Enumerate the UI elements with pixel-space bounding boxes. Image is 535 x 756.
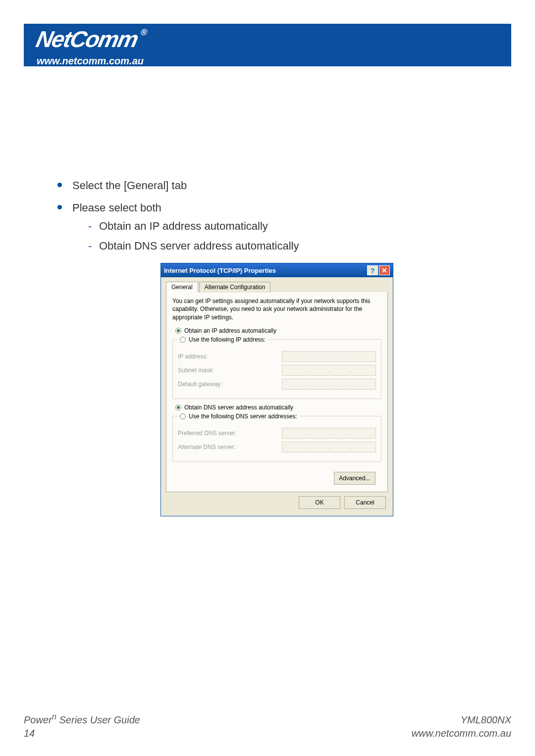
ip-manual-group: Use the following IP address: IP address… xyxy=(172,336,381,399)
close-button[interactable]: ✕ xyxy=(379,265,390,275)
tab-panel-general: You can get IP settings assigned automat… xyxy=(166,292,388,492)
subnet-mask-input[interactable]: ... xyxy=(282,365,376,376)
alternate-dns-input[interactable]: ... xyxy=(282,442,376,453)
instruction-content: Select the [General] tab Please select b… xyxy=(49,178,505,516)
tcpip-properties-dialog: Internet Protocol (TCP/IP) Properties ? … xyxy=(160,263,393,516)
preferred-dns-row: Preferred DNS server: ... xyxy=(178,428,376,439)
page-footer: Powern Series User Guide 14 YML800NX www… xyxy=(24,711,511,740)
dialog-title: Internet Protocol (TCP/IP) Properties xyxy=(164,267,276,274)
close-icon: ✕ xyxy=(381,266,387,274)
radio-ip-manual-label: Use the following IP address: xyxy=(189,336,266,343)
radio-dns-manual-label: Use the following DNS server addresses: xyxy=(189,413,297,420)
model-number: YML800NX xyxy=(412,713,511,727)
dns-manual-group: Use the following DNS server addresses: … xyxy=(172,413,381,462)
ip-address-row: IP address: ... xyxy=(178,351,376,362)
radio-ip-auto[interactable]: Obtain an IP address automatically xyxy=(175,327,381,334)
subnet-mask-row: Subnet mask: ... xyxy=(178,365,376,376)
preferred-dns-label: Preferred DNS server: xyxy=(178,430,282,437)
radio-icon-checked xyxy=(175,404,181,410)
subnet-mask-label: Subnet mask: xyxy=(178,367,282,374)
advanced-button[interactable]: Advanced... xyxy=(334,472,375,485)
sub-1-text: Obtain an IP address automatically xyxy=(99,220,268,232)
radio-ip-manual[interactable]: Use the following IP address: xyxy=(180,336,266,343)
sub-2: Obtain DNS server address automatically xyxy=(83,239,505,254)
tabstrip: General Alternate Configuration xyxy=(166,281,388,293)
footer-left: Powern Series User Guide 14 xyxy=(24,711,140,740)
footer-url: www.netcomm.com.au xyxy=(412,727,511,740)
ok-button[interactable]: OK xyxy=(299,496,340,509)
radio-icon xyxy=(180,337,186,343)
radio-dns-auto-label: Obtain DNS server address automatically xyxy=(184,404,293,411)
radio-icon-checked xyxy=(175,328,181,334)
alternate-dns-label: Alternate DNS server: xyxy=(178,444,282,451)
ip-address-label: IP address: xyxy=(178,353,282,360)
brand-url: www.netcomm.com.au xyxy=(37,55,144,67)
series-prefix: Power xyxy=(24,714,52,725)
radio-icon xyxy=(180,413,186,419)
bullet-1-text: Select the [General] tab xyxy=(72,179,187,192)
help-icon: ? xyxy=(370,266,374,275)
brand-logo: NetComm® xyxy=(34,28,147,50)
alternate-dns-row: Alternate DNS server: ... xyxy=(178,442,376,453)
tab-general[interactable]: General xyxy=(166,282,198,293)
series-suffix: Series User Guide xyxy=(56,714,140,725)
cancel-button-label: Cancel xyxy=(356,499,374,506)
tab-alternate-label: Alternate Configuration xyxy=(205,284,266,291)
bullet-1: Select the [General] tab xyxy=(49,178,505,194)
sub-1: Obtain an IP address automatically xyxy=(83,219,505,234)
bullet-2: Please select both Obtain an IP address … xyxy=(49,201,505,254)
advanced-row: Advanced... xyxy=(172,467,381,485)
bullet-2-text: Please select both xyxy=(72,202,161,214)
advanced-button-label: Advanced... xyxy=(339,475,370,482)
page-number: 14 xyxy=(24,727,140,740)
footer-right: YML800NX www.netcomm.com.au xyxy=(412,713,511,740)
tab-general-label: General xyxy=(171,284,193,291)
radio-dns-auto[interactable]: Obtain DNS server address automatically xyxy=(175,404,381,411)
info-text: You can get IP settings assigned automat… xyxy=(172,297,381,321)
preferred-dns-input[interactable]: ... xyxy=(282,428,376,439)
dialog-titlebar: Internet Protocol (TCP/IP) Properties ? … xyxy=(161,263,393,277)
default-gateway-label: Default gateway: xyxy=(178,381,282,388)
ok-button-label: OK xyxy=(315,499,323,506)
default-gateway-input[interactable]: ... xyxy=(282,379,376,390)
dialog-body: General Alternate Configuration You can … xyxy=(161,277,393,516)
brand-name: NetComm xyxy=(34,26,140,52)
cancel-button[interactable]: Cancel xyxy=(344,496,386,509)
sub-2-text: Obtain DNS server address automatically xyxy=(99,240,299,252)
default-gateway-row: Default gateway: ... xyxy=(178,379,376,390)
radio-dns-manual[interactable]: Use the following DNS server addresses: xyxy=(180,413,297,420)
series-sup: n xyxy=(52,712,56,721)
ip-address-input[interactable]: ... xyxy=(282,351,376,362)
radio-ip-auto-label: Obtain an IP address automatically xyxy=(184,327,276,334)
help-button[interactable]: ? xyxy=(367,265,378,275)
dialog-button-row: OK Cancel xyxy=(166,492,388,511)
tab-alternate[interactable]: Alternate Configuration xyxy=(199,282,271,293)
